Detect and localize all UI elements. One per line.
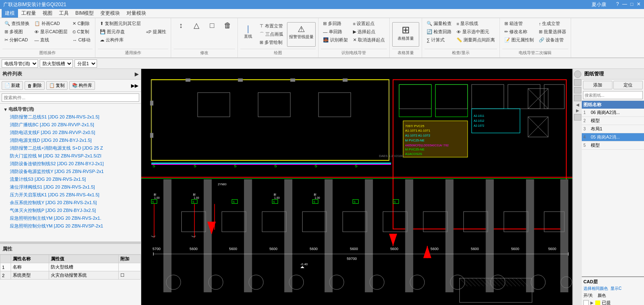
leak-check-btn[interactable]: 🔍 漏量检查 [425,20,454,27]
add-property-btn[interactable]: +P 提属性 [144,28,168,36]
modify1-btn[interactable]: ↕ [174,20,188,31]
tree-item-6[interactable]: 消防设备连锁控制线S2 [JDG 20 ZBN-BYJ-2x1] [2,160,139,168]
check-loop-btn[interactable]: 🔄 检查回路 [425,28,454,36]
show-cad-layer-btn[interactable]: 👁 显示CAD图层 [32,28,70,36]
device-connect-btn[interactable]: 🔗 设备连管 [537,36,568,44]
component-property-btn[interactable]: 📝 图元属性制 [502,36,536,44]
menu-bim[interactable]: BIM模型 [72,9,97,18]
canvas-area[interactable]: S S S S S S 7097/ PVC25 A1-1071 A1-1071 [141,69,572,305]
show-lines-btn[interactable]: ≡ 显示线缆 [454,20,497,27]
help-icon[interactable]: ? [616,1,619,8]
measure-dist-btn[interactable]: 📏 测量两点间距离 [454,36,497,44]
tree-root[interactable]: ▼ 电线导管(消) [2,105,139,113]
set-vertical-btn[interactable]: ⊤ 布置立管 [258,22,285,30]
drawing-item-1[interactable]: 1 06 南岗A2消... [582,109,644,117]
multi-pipe-btn[interactable]: ⊞ 多管给制 [258,39,285,46]
component-disk-btn[interactable]: 💾 图元存盘 [98,28,143,36]
expand-panel-btn[interactable]: ▶▶ [130,82,139,89]
tree-item-1[interactable]: 消防广播线BC [JDG 20 ZBN-RVVP-2x1.5] [2,121,139,129]
single-route-btn[interactable]: — 单回路 [321,28,350,36]
props-value-1[interactable]: 防火型线槽 [49,263,119,271]
tree-item-4[interactable]: 消防报警二总线+消防电源支线 S+D [JDG 25 Z [2,144,139,152]
drawing-item-5[interactable]: 5 模型 [582,141,644,150]
locate-drawing-btn[interactable]: 定位 [613,81,643,89]
straight-line-btn[interactable]: | 直线 [240,22,256,47]
identify-bridge-btn[interactable]: 🌉 识别桥架 [321,36,350,44]
copy-component-btn[interactable]: 📋 复制 [46,81,68,90]
icon-rect-1[interactable] [574,79,581,86]
tree-item-12[interactable]: 气体灭火控制线P [JDG 20 ZBN-BYJ-3x2.5] [2,207,139,214]
report-alert-btn[interactable]: ⚠ 报警管线提量 [287,22,316,47]
c-move-btn[interactable]: ↔ C移动 [70,36,93,44]
wire-box-btn[interactable]: ⊞ 箱连管 [502,20,536,27]
modify-name-btn[interactable]: ✏ 修改名称 [502,28,536,36]
panel-collapse-btn[interactable]: ▶ [135,71,138,77]
delete-component-btn[interactable]: 🗑 删除 [25,81,45,90]
icon-rect-2[interactable] [574,87,581,93]
minimize-btn[interactable]: — [622,1,627,8]
copy-to-other-btn[interactable]: ⬆ 复制图元到其它层 [98,20,143,27]
tree-item-5[interactable]: 防火门监控线 M [JDG 32 ZBN-RVSP-2x1.5/ZI [2,152,139,160]
icon-list[interactable] [574,114,581,121]
line-btn[interactable]: — 直线 [32,36,70,44]
multi-route-btn[interactable]: ⊞ 多回路 [321,20,350,27]
show-selected-btn[interactable]: 👁 显示选中图元 [454,28,497,36]
menu-measure[interactable]: 对量模块 [123,9,149,18]
tree-item-3[interactable]: 消防电源支线D [JDG 20 ZBN-BYJ-2x1.5] [2,137,139,144]
close-btn[interactable]: ✕ [637,1,641,8]
tree-item-9[interactable]: 液位浮球阀线S1 [JDG 20 ZBN-RVS-2x1.5] [2,183,139,191]
wire-type-select[interactable]: 电线导管(消) [2,59,38,68]
show-c-btn[interactable]: 显示C [610,286,621,291]
icon-rect-3[interactable] [574,95,581,101]
icon-circle[interactable] [574,71,581,78]
select-start-btn[interactable]: ▶ 选择起点 [351,28,387,36]
three-point-arc-btn[interactable]: ⌒ 三点画弧 [258,30,285,38]
drawing-item-2[interactable]: 2 模型 [582,117,644,125]
tree-item-13[interactable]: 应急照明控制主线YM [JDG 20 ZBN-RVS-2x1. [2,214,139,222]
line-type-select[interactable]: 防火型线槽 [40,59,73,68]
menu-view[interactable]: 视图 [39,9,56,18]
tree-item-8[interactable]: 流量计线S3 [JDG 20 ZBN-RVS-2x1.5] [2,175,139,183]
batch-select-btn[interactable]: ⊞ 批量选择器 [537,28,568,36]
window-controls[interactable]: 夏小康 ? — □ ✕ [592,1,641,8]
multi-view-btn[interactable]: ⊞ 多视图 [2,28,32,36]
cancel-select-start-btn[interactable]: ✕ 取消选择起点 [351,36,387,44]
drawing-item-4[interactable]: 4 05 南岗A2消... [582,133,644,141]
delete-btn[interactable]: 🗑 [220,20,235,31]
tree-item-0[interactable]: 消防报警二总线S1 [JDG 20 ZBN-RVS-2x1.5] [2,113,139,121]
menu-tools[interactable]: 工具 [56,9,72,18]
menu-quantity[interactable]: 工程量 [18,9,39,18]
drawing-item-3[interactable]: 3 布局1 [582,125,644,133]
select-same-color-btn[interactable]: 选择相同颜色 [583,286,608,291]
find-replace-btn[interactable]: 🔍 查找替换 [2,20,32,27]
props-value-2[interactable]: 火灾自动报警系统 [49,271,119,280]
set-start-btn[interactable]: ≡ 设置起点 [351,20,387,27]
c-delete-btn[interactable]: ✕ C删除 [70,20,93,27]
icon-arrow-right[interactable]: ▶ [576,108,579,113]
patch-cad-btn[interactable]: 📋 补画CAD [32,20,70,27]
make-vertical-btn[interactable]: ↑ 生成立管 [537,20,568,27]
library-btn[interactable]: 📚 构件库 [69,81,95,90]
cloud-component-btn[interactable]: ☁ 云构件库 [98,36,143,44]
search-input[interactable] [2,93,139,102]
tree-item-10[interactable]: 压力开关启泵线K1 [JDG 25 ZBN-RVS-4x1.5] [2,191,139,199]
menu-change[interactable]: 变更模块 [97,9,123,18]
formula-btn[interactable]: ∑ 计算式 [425,36,454,44]
tree-item-14[interactable]: 应急照明控制分线YM [JDG 20 ZBN-RVSP-2x1 [2,222,139,230]
decompose-cad-btn[interactable]: ✂ 分解CAD [2,36,32,44]
layer-toggle-1[interactable] [583,300,589,305]
tree-item-11[interactable]: 余压系统控制线Y [JDG 20 ZBN-RVS-2x1.5] [2,199,139,207]
layer-select[interactable]: 分层1 [75,59,97,68]
add-drawing-btn[interactable]: 添加 [583,81,612,89]
c-copy-btn[interactable]: © C复制 [70,28,93,36]
modify3-btn[interactable]: □ [205,20,219,31]
table-calc-btn[interactable]: ⊞ 表格算量 [392,22,419,47]
tree-item-7[interactable]: 消防设备电源监控线Y [JDG 25 ZBN-RVSP-2x1 [2,168,139,175]
drawing-search-input[interactable] [583,91,643,99]
icon-arrow-left[interactable]: ◀ [576,102,579,107]
menu-build[interactable]: 建模 [2,9,18,18]
new-component-btn[interactable]: 📄 新建 [2,81,23,90]
modify2-btn[interactable]: △ [189,20,204,31]
tree-item-2[interactable]: 消防电话支线F [JDG 20 ZBN-RVVP-2x0.5] [2,129,139,137]
maximize-btn[interactable]: □ [630,1,633,8]
